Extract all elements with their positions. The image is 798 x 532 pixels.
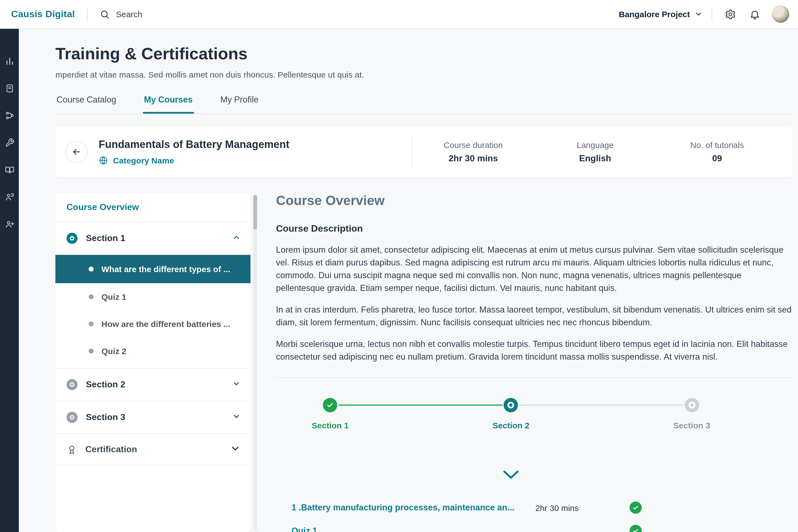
chevron-down-icon	[502, 470, 519, 479]
notifications-button[interactable]	[745, 5, 764, 23]
project-selector-label: Bangalore Project	[619, 10, 690, 19]
stat-label: Language	[534, 140, 656, 150]
sidebar-item-library[interactable]	[0, 156, 19, 184]
bullet-icon	[89, 321, 94, 326]
sidebar	[0, 29, 19, 532]
tutorial-row: 1 .Battery manufacturing processes, main…	[276, 496, 793, 519]
flow-icon	[5, 111, 14, 120]
chevron-down-icon	[230, 443, 241, 456]
sidebar-item-analytics[interactable]	[0, 48, 19, 75]
tab-my-profile[interactable]: My Profile	[219, 90, 260, 114]
nav-section-1[interactable]: Section 1	[55, 222, 250, 255]
wrench-icon	[5, 138, 14, 147]
stepper-label: Section 1	[312, 421, 348, 430]
tab-my-courses[interactable]: My Courses	[143, 90, 194, 114]
bell-icon	[749, 8, 760, 20]
course-title: Fundamentals of Battery Management	[99, 138, 289, 151]
lesson-label: Quiz 1	[101, 292, 134, 302]
expand-section-button[interactable]	[502, 470, 519, 481]
search-placeholder: Search	[116, 10, 142, 19]
scrollbar-track[interactable]	[253, 194, 257, 531]
scrollbar-thumb[interactable]	[253, 195, 257, 229]
stat-label: No. of tutorials	[656, 140, 778, 150]
lesson-label: What are the different types of ...	[101, 264, 238, 274]
topbar-divider	[87, 7, 88, 21]
bullet-icon	[89, 348, 94, 354]
stat-value: English	[534, 153, 656, 164]
bar-chart-icon	[5, 57, 14, 66]
progress-stepper: Section 1 Section 2 Section 3	[276, 398, 793, 438]
tutorial-link[interactable]: Quiz 1	[291, 526, 535, 532]
page-subtitle: mperdiet at vitae massa. Sed mollis amet…	[55, 70, 793, 79]
sidebar-item-tools[interactable]	[0, 129, 19, 156]
sidebar-item-pathways[interactable]	[0, 102, 19, 129]
settings-button[interactable]	[721, 5, 740, 23]
check-circle-icon	[629, 501, 642, 514]
search-input[interactable]: Search	[100, 9, 142, 19]
radio-idle-icon	[66, 379, 78, 390]
tutorial-row: Quiz 1	[276, 519, 793, 532]
project-selector[interactable]: Bangalore Project	[619, 10, 703, 19]
course-header-card: Fundamentals of Battery Management Categ…	[55, 126, 793, 177]
lesson-label: Quiz 2	[101, 346, 134, 356]
stepper-label: Section 2	[492, 421, 529, 430]
tab-course-catalog[interactable]: Course Catalog	[55, 90, 117, 114]
check-circle-icon	[323, 398, 338, 412]
course-nav-panel: Course Overview Section 1 What are the d…	[55, 193, 250, 532]
chevron-down-icon	[695, 10, 703, 18]
course-overview-panel: Course Overview Course Description Lorem…	[276, 193, 793, 532]
app-root: Causis Digital Search Bangalore Project	[0, 0, 798, 532]
lesson-item[interactable]: Quiz 1	[55, 283, 250, 310]
stat-value: 09	[656, 153, 778, 164]
nav-section-1-lessons: What are the different types of ... Quiz…	[55, 255, 250, 368]
tab-bar: Course Catalog My Courses My Profile	[55, 90, 793, 114]
radio-upcoming-icon	[685, 398, 699, 412]
nav-section-3[interactable]: Section 3	[55, 401, 250, 434]
lesson-label: How are the different batteries ...	[101, 319, 238, 329]
stat-label: Course duration	[412, 140, 534, 150]
course-stats: Course duration 2hr 30 mins Language Eng…	[412, 140, 778, 164]
tutorial-link[interactable]: 1 .Battery manufacturing processes, main…	[291, 502, 535, 513]
open-book-icon	[5, 165, 14, 174]
stat-value: 2hr 30 mins	[412, 153, 534, 164]
topbar-right: Bangalore Project	[619, 5, 789, 23]
radio-active-icon	[66, 233, 78, 244]
topbar-divider	[711, 7, 712, 21]
lesson-item[interactable]: What are the different types of ...	[55, 255, 250, 283]
section-divider	[276, 377, 793, 378]
bullet-icon	[89, 267, 94, 271]
tutorial-list: 1 .Battery manufacturing processes, main…	[276, 496, 793, 532]
lesson-item[interactable]: Quiz 2	[55, 338, 250, 365]
course-head: Fundamentals of Battery Management Categ…	[99, 138, 289, 165]
stat-tutorials: No. of tutorials 09	[656, 140, 778, 164]
stepper-connector-complete	[339, 404, 502, 406]
chevron-down-icon	[232, 379, 241, 390]
course-nav-header[interactable]: Course Overview	[55, 193, 250, 222]
back-button[interactable]	[65, 141, 88, 163]
page-title: Training & Certifications	[55, 44, 793, 63]
trainer-icon	[5, 192, 14, 202]
topbar: Causis Digital Search Bangalore Project	[0, 0, 798, 29]
description-paragraph: Morbi scelerisque urna, lectus non nibh …	[276, 338, 793, 363]
stepper-step-1[interactable]: Section 1	[312, 398, 348, 430]
course-category[interactable]: Category Name	[99, 156, 289, 165]
sidebar-item-add-user[interactable]	[0, 211, 19, 238]
sidebar-item-trainers[interactable]	[0, 184, 19, 211]
nav-certification-label: Certification	[86, 444, 137, 454]
avatar[interactable]	[772, 5, 789, 23]
lesson-item[interactable]: How are the different batteries ...	[55, 310, 250, 338]
arrow-left-icon	[72, 147, 81, 157]
stepper-step-2[interactable]: Section 2	[492, 398, 529, 430]
overview-heading: Course Overview	[276, 193, 793, 208]
nav-section-label: Section 2	[86, 380, 125, 390]
course-nav-wrap: Course Overview Section 1 What are the d…	[55, 193, 250, 532]
radio-active-icon	[504, 398, 518, 412]
course-category-label: Category Name	[113, 156, 174, 165]
sidebar-item-courses[interactable]	[0, 75, 19, 102]
nav-certification[interactable]: Certification	[55, 434, 250, 466]
gear-icon	[725, 8, 736, 20]
brand-logo[interactable]: Causis Digital	[11, 8, 75, 20]
stepper-step-3[interactable]: Section 3	[673, 398, 710, 430]
nav-section-2[interactable]: Section 2	[55, 368, 250, 401]
journal-icon	[5, 84, 14, 93]
